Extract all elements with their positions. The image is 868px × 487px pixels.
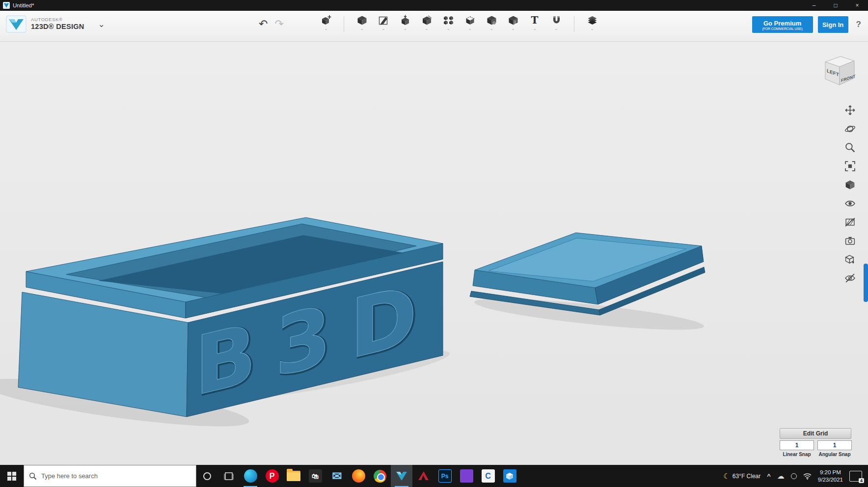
taskbar-app-file-explorer[interactable] xyxy=(283,465,304,487)
app-window: Untitled* – □ × AUTODESK® 123D® DESIGN ⌄… xyxy=(0,0,868,487)
chisel-cube-icon xyxy=(421,15,433,26)
redo-button[interactable]: ↷ xyxy=(274,18,283,30)
windows-taskbar: P 🛍 ✉ Ps xyxy=(0,465,868,487)
123d-design-icon xyxy=(395,470,408,483)
cura-icon: C xyxy=(482,469,495,483)
linear-snap-group: Linear Snap xyxy=(780,440,814,457)
maximize-button[interactable]: □ xyxy=(825,0,846,11)
tray-circle-icon[interactable] xyxy=(791,473,797,479)
toolbar-separator xyxy=(574,16,574,32)
material-drop-icon[interactable] xyxy=(843,253,856,266)
hide-sketches-icon[interactable] xyxy=(843,216,856,228)
taskbar-app-pinterest[interactable]: P xyxy=(261,465,283,487)
taskbar-app-chrome[interactable] xyxy=(369,465,391,487)
edit-grid-button[interactable]: Edit Grid xyxy=(780,428,851,439)
account-area: Go Premium (FOR COMMERCIAL USE) Sign In … xyxy=(752,16,861,33)
main-menu-chevron-icon[interactable]: ⌄ xyxy=(98,19,105,29)
tool-material[interactable]: ⌄ xyxy=(584,15,600,30)
tool-dropdown-caret-icon[interactable]: ⌄ xyxy=(360,27,364,30)
main-toolbar: AUTODESK® 123D® DESIGN ⌄ ↶ ↷ ⌄ xyxy=(0,11,868,42)
tool-dropdown-caret-icon[interactable]: ⌄ xyxy=(382,27,385,30)
angular-snap-input[interactable] xyxy=(817,440,852,450)
taskbar-app-cura[interactable]: C xyxy=(477,465,499,487)
close-button[interactable]: × xyxy=(846,0,868,11)
search-input[interactable] xyxy=(41,472,196,480)
tool-modify[interactable]: ⌄ xyxy=(419,15,434,30)
brand-autodesk: AUTODESK® xyxy=(31,17,84,23)
start-button[interactable] xyxy=(0,465,24,487)
box-object[interactable]: B3D B3D xyxy=(18,217,443,417)
orbit-icon[interactable] xyxy=(843,122,856,135)
tool-grouping[interactable]: ⌄ xyxy=(462,15,478,30)
tool-snap[interactable]: ⌄ xyxy=(548,15,564,30)
purple-app-icon xyxy=(460,469,473,483)
edge-icon xyxy=(244,469,257,483)
tool-primitives[interactable]: ⌄ xyxy=(354,15,370,30)
angular-snap-group: Angular Snap xyxy=(817,440,852,457)
tool-dropdown-caret-icon[interactable]: ⌄ xyxy=(404,27,407,30)
taskbar-app-purple[interactable] xyxy=(456,465,477,487)
go-premium-button[interactable]: Go Premium (FOR COMMERCIAL USE) xyxy=(752,16,813,33)
taskbar-app-3d-builder[interactable] xyxy=(499,465,520,487)
tool-combine[interactable]: ⌄ xyxy=(484,15,499,30)
tool-construct[interactable]: ⌄ xyxy=(397,15,413,30)
screenshot-camera-icon[interactable] xyxy=(843,234,856,247)
cortana-button[interactable] xyxy=(196,465,218,487)
taskbar-app-store[interactable]: 🛍 xyxy=(304,465,326,487)
grouped-cubes-icon xyxy=(464,15,476,26)
clock[interactable]: 9:20 PM 9/23/2021 xyxy=(818,469,843,484)
help-button[interactable]: ? xyxy=(856,20,861,29)
tray-chevron-icon[interactable]: ^ xyxy=(767,472,771,480)
onedrive-cloud-icon[interactable]: ☁ xyxy=(777,472,785,481)
firefox-icon xyxy=(352,469,365,483)
cube-icon xyxy=(356,15,368,26)
taskbar-app-mail[interactable]: ✉ xyxy=(326,465,348,487)
linear-snap-input[interactable] xyxy=(780,440,814,450)
tool-insert-primitive[interactable]: ⌄ xyxy=(318,15,334,30)
taskbar-app-123d-design[interactable] xyxy=(391,465,412,487)
tool-dropdown-caret-icon[interactable]: ⌄ xyxy=(555,27,558,30)
sign-in-button[interactable]: Sign In xyxy=(818,16,848,33)
cube-plus-icon xyxy=(321,15,332,26)
network-wifi-icon[interactable] xyxy=(803,473,812,480)
tool-text[interactable]: T ⌄ xyxy=(527,15,542,30)
fit-view-icon[interactable] xyxy=(843,160,856,172)
minimize-button[interactable]: – xyxy=(803,0,825,11)
taskbar-app-firefox[interactable] xyxy=(348,465,369,487)
extrude-cube-icon xyxy=(400,15,411,26)
taskbar-app-photoshop[interactable]: Ps xyxy=(434,465,456,487)
canvas-scrollbar-thumb[interactable] xyxy=(864,264,868,302)
tool-dropdown-caret-icon[interactable]: ⌄ xyxy=(468,27,472,30)
undo-button[interactable]: ↶ xyxy=(259,18,268,30)
tool-dropdown-caret-icon[interactable]: ⌄ xyxy=(425,27,429,30)
tool-pattern[interactable]: ⌄ xyxy=(440,15,456,30)
zoom-icon[interactable] xyxy=(843,141,856,154)
action-center-button[interactable]: 4 xyxy=(849,471,862,482)
taskbar-app-edge[interactable] xyxy=(240,465,261,487)
tool-dropdown-caret-icon[interactable]: ⌄ xyxy=(325,27,328,30)
tool-dropdown-caret-icon[interactable]: ⌄ xyxy=(533,27,537,30)
task-view-button[interactable] xyxy=(218,465,240,487)
wireframe-hidden-icon[interactable] xyxy=(843,271,856,284)
go-premium-sublabel: (FOR COMMERCIAL USE) xyxy=(752,27,813,30)
taskbar-search[interactable] xyxy=(24,465,196,487)
view-cube[interactable]: LEFT FRONT xyxy=(818,54,860,96)
pan-icon[interactable] xyxy=(843,104,856,116)
toolbar-separator xyxy=(344,16,344,32)
tool-measure[interactable]: ⌄ xyxy=(505,15,521,30)
weather-moon-icon: ☾ xyxy=(723,472,730,481)
tool-dropdown-caret-icon[interactable]: ⌄ xyxy=(490,27,493,30)
viewport-3d[interactable]: B3D B3D LEFT xyxy=(0,42,868,465)
tool-dropdown-caret-icon[interactable]: ⌄ xyxy=(447,27,450,30)
tool-dropdown-caret-icon[interactable]: ⌄ xyxy=(512,27,515,30)
visibility-eye-icon[interactable] xyxy=(843,197,856,210)
brand[interactable]: AUTODESK® 123D® DESIGN ⌄ xyxy=(6,15,105,33)
photoshop-icon: Ps xyxy=(438,469,452,483)
tool-dropdown-caret-icon[interactable]: ⌄ xyxy=(591,27,594,30)
tool-sketch[interactable]: ⌄ xyxy=(376,15,391,30)
layers-icon xyxy=(587,15,598,26)
taskbar-app-autodesk[interactable] xyxy=(412,465,434,487)
shaded-view-icon[interactable] xyxy=(843,178,856,191)
weather-widget[interactable]: ☾ 63°F Clear xyxy=(723,472,760,481)
app-icon xyxy=(3,2,10,9)
